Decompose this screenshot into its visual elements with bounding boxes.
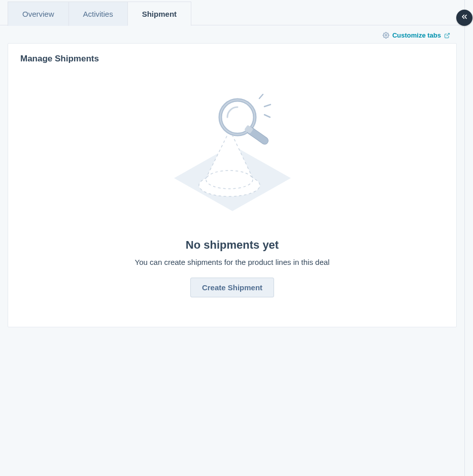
svg-line-9	[264, 105, 271, 107]
card-title: Manage Shipments	[20, 54, 444, 64]
customize-tabs-label: Customize tabs	[392, 31, 441, 39]
manage-shipments-card: Manage Shipments	[8, 43, 457, 327]
svg-point-0	[385, 35, 387, 36]
svg-line-1	[447, 33, 450, 36]
empty-state: No shipments yet You can create shipment…	[20, 79, 444, 297]
chevrons-left-icon	[460, 13, 468, 23]
create-shipment-button[interactable]: Create Shipment	[190, 278, 274, 297]
tab-overview[interactable]: Overview	[8, 2, 69, 26]
gear-icon	[383, 32, 389, 39]
tab-shipment[interactable]: Shipment	[127, 2, 191, 26]
empty-state-subtitle: You can create shipments for the product…	[135, 258, 330, 266]
empty-state-title: No shipments yet	[186, 239, 279, 252]
create-shipment-label: Create Shipment	[202, 283, 262, 292]
tab-bar: Overview Activities Shipment	[0, 0, 464, 25]
tab-label: Activities	[83, 10, 113, 18]
tab-label: Shipment	[142, 10, 177, 18]
customize-tabs-link[interactable]: Customize tabs	[383, 31, 450, 39]
magnifier-search-empty-icon	[166, 89, 298, 218]
tab-label: Overview	[22, 10, 54, 18]
svg-line-8	[259, 94, 263, 98]
tab-activities[interactable]: Activities	[69, 2, 128, 26]
collapse-panel-button[interactable]	[456, 10, 472, 26]
content-area: Overview Activities Shipment Customize t…	[0, 0, 465, 476]
customize-tabs-row: Customize tabs	[0, 25, 464, 43]
external-link-icon	[444, 32, 450, 39]
svg-line-10	[264, 115, 270, 117]
